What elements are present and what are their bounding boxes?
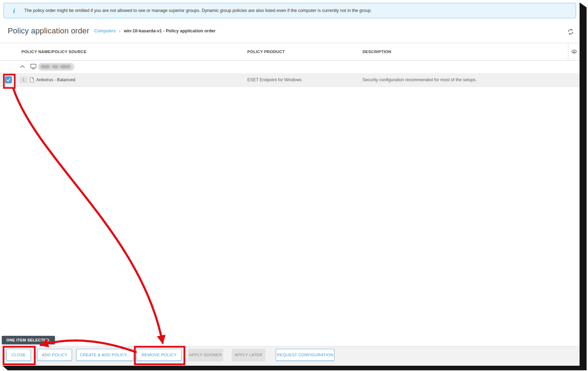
policy-name: Antivirus - Balanced <box>36 73 75 87</box>
group-row[interactable] <box>0 60 580 73</box>
info-banner-text: The policy order might be omitted if you… <box>24 8 372 13</box>
row-checkbox-checked[interactable] <box>5 76 12 83</box>
column-header-policy-name[interactable]: POLICY NAME/POLICY SOURCE <box>21 43 86 60</box>
table-settings-button[interactable] <box>568 43 580 60</box>
apply-later-button-disabled: APPLY LATER <box>232 349 265 361</box>
page-title: Policy application order <box>8 26 89 36</box>
close-button[interactable]: CLOSE <box>6 349 31 361</box>
column-header-description[interactable]: DESCRIPTION <box>362 43 391 60</box>
policy-product: ESET Endpoint for Windows <box>247 73 302 87</box>
selection-status-tooltip: ONE ITEM SELECTED. <box>2 336 55 344</box>
blurred-group-name <box>38 63 74 71</box>
title-row: Policy application order Computers › win… <box>8 25 216 37</box>
refresh-button[interactable] <box>566 27 575 36</box>
info-banner: i The policy order might be omitted if y… <box>4 3 576 18</box>
breadcrumb: Computers › win-10-kasarda-v1 - Policy a… <box>94 28 215 34</box>
info-icon: i <box>4 7 24 14</box>
screenshot-shadow-right <box>580 2 587 369</box>
collapse-group-button[interactable] <box>20 64 25 70</box>
policy-table-row[interactable]: 1 Antivirus - Balanced ESET Endpoint for… <box>0 73 580 87</box>
gear-icon <box>571 49 577 55</box>
policy-application-order-screen: { "banner": { "text": "The policy order … <box>0 0 588 371</box>
refresh-icon <box>567 28 574 36</box>
breadcrumb-separator-icon: › <box>119 28 120 33</box>
apply-sooner-button-disabled: APPLY SOONER <box>188 349 223 361</box>
screenshot-shadow-bottom <box>2 366 587 370</box>
policy-file-icon <box>30 77 34 83</box>
bottom-action-bar: CLOSE ADD POLICY CREATE & ADD POLICY... … <box>0 346 580 366</box>
remove-policy-button[interactable]: REMOVE POLICY <box>137 349 182 361</box>
page-content: i The policy order might be omitted if y… <box>0 0 580 366</box>
create-and-add-policy-button[interactable]: CREATE & ADD POLICY... <box>76 349 134 361</box>
policy-description: Security configuration recommended for m… <box>362 73 477 87</box>
table-header: POLICY NAME/POLICY SOURCE POLICY PRODUCT… <box>0 43 580 60</box>
chevron-up-icon <box>20 64 25 70</box>
computer-icon <box>30 64 37 70</box>
request-configuration-button[interactable]: REQUEST CONFIGURATION <box>276 349 334 361</box>
policy-order-number: 1 <box>20 76 27 83</box>
breadcrumb-current: win-10-kasarda-v1 - Policy application o… <box>124 28 215 33</box>
column-header-policy-product[interactable]: POLICY PRODUCT <box>247 43 285 60</box>
breadcrumb-link-computers[interactable]: Computers <box>94 28 116 33</box>
checkmark-icon <box>6 77 11 82</box>
add-policy-button[interactable]: ADD POLICY <box>37 349 72 361</box>
